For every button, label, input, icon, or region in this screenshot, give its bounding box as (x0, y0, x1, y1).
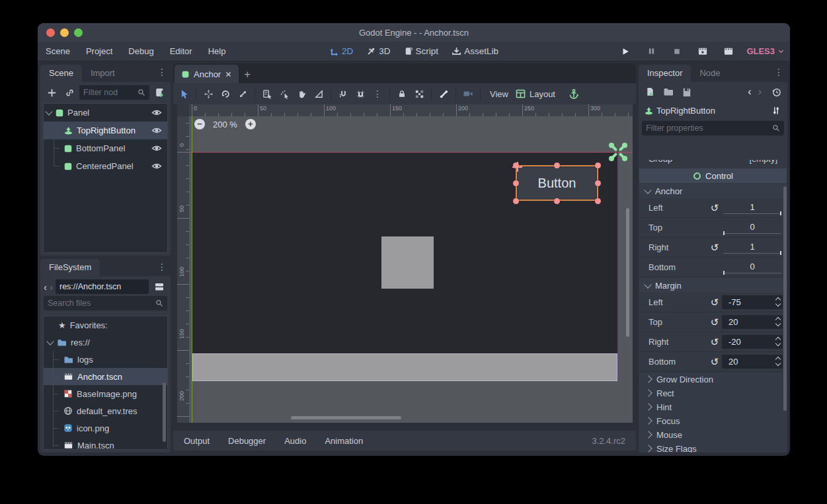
snap-options-menu[interactable]: ⋮ (370, 86, 385, 102)
expander-icon[interactable] (46, 338, 54, 345)
bottom-panel-node[interactable] (192, 353, 617, 381)
menu-project[interactable]: Project (78, 42, 120, 61)
selection-handle[interactable] (513, 198, 519, 204)
toggle-split-mode-button[interactable] (151, 279, 167, 295)
attach-script-button[interactable] (151, 85, 167, 100)
rotate-tool-button[interactable] (217, 86, 233, 102)
save-button[interactable] (679, 84, 695, 100)
load-resource-button[interactable] (660, 84, 676, 100)
grid-snap-button[interactable] (352, 86, 368, 102)
tab-import[interactable]: Import (82, 65, 124, 82)
dock-menu-icon[interactable]: ⋮ (157, 67, 167, 77)
mode-3d-button[interactable]: 3D (366, 46, 390, 56)
close-tab-icon[interactable] (225, 71, 232, 78)
tab-node[interactable]: Node (691, 65, 729, 82)
history-menu-button[interactable] (768, 84, 784, 100)
fs-row-favorites[interactable]: ★ Favorites: (44, 316, 167, 334)
fs-row-baseimage-png[interactable]: BaseImage.png (44, 385, 167, 402)
zoom-in-button[interactable]: + (245, 119, 256, 129)
dock-menu-icon[interactable]: ⋮ (774, 67, 783, 77)
add-node-button[interactable] (44, 85, 59, 100)
revert-button[interactable]: ↺ (707, 242, 722, 254)
visibility-eye-icon[interactable] (149, 123, 165, 139)
mode-script-button[interactable]: Script (404, 46, 439, 56)
vertical-scrollbar[interactable] (626, 208, 629, 337)
ruler-tool-button[interactable] (311, 86, 327, 102)
centered-panel-node[interactable] (381, 236, 434, 289)
zoom-level[interactable]: 200 % (213, 120, 237, 129)
revert-button[interactable]: ↺ (707, 356, 722, 368)
zoom-out-button[interactable]: − (194, 119, 205, 129)
tab-audio[interactable]: Audio (284, 436, 306, 446)
revert-button[interactable]: ↺ (707, 297, 722, 308)
tab-inspector[interactable]: Inspector (639, 65, 691, 82)
zoom-button[interactable] (74, 28, 83, 37)
revert-button[interactable]: ↺ (707, 336, 722, 348)
select-tool-button[interactable] (176, 86, 192, 102)
scene-tree-row-panel[interactable]: Panel (44, 104, 167, 122)
mode-assetlib-button[interactable]: AssetLib (452, 46, 498, 56)
history-forward-button[interactable]: › (50, 281, 53, 293)
history-back-button[interactable]: ‹ (44, 281, 47, 293)
visibility-eye-icon[interactable] (149, 141, 165, 157)
pan-tool-button[interactable] (294, 86, 309, 102)
new-resource-button[interactable] (642, 84, 658, 100)
expander-icon[interactable] (45, 108, 52, 115)
horizontal-scrollbar[interactable] (291, 416, 401, 419)
fs-row-icon-png[interactable]: icon.png (44, 419, 167, 437)
play-custom-scene-button[interactable] (721, 44, 736, 59)
visibility-eye-icon[interactable] (149, 105, 165, 121)
view-menu[interactable]: View (485, 89, 514, 99)
margin-right-field[interactable]: -20 (722, 335, 783, 349)
menu-scene[interactable]: Scene (38, 42, 78, 61)
visibility-eye-icon[interactable] (149, 159, 165, 174)
selection-handle[interactable] (595, 180, 601, 186)
anchor-left-field[interactable]: 1 (722, 201, 783, 215)
section-focus[interactable]: Focus (639, 414, 787, 427)
scale-tool-button[interactable] (235, 86, 251, 102)
skeleton-bone-icon[interactable] (436, 86, 452, 102)
history-forward-button[interactable]: › (758, 86, 762, 98)
video-driver-select[interactable]: GLES3 (746, 46, 785, 56)
move-tool-button[interactable] (200, 86, 216, 102)
tab-output[interactable]: Output (184, 436, 210, 446)
fs-row-res[interactable]: res:// (44, 334, 167, 351)
play-button[interactable] (617, 44, 633, 59)
tab-debugger[interactable]: Debugger (228, 436, 266, 446)
revert-button[interactable]: ↺ (707, 202, 722, 214)
section-mouse[interactable]: Mouse (639, 428, 787, 441)
anchor-right-field[interactable]: 1 (722, 241, 783, 254)
filter-properties-input[interactable]: Filter properties (642, 121, 784, 135)
pause-button[interactable] (643, 44, 659, 59)
fs-row-main-tscn[interactable]: Main.tscn (44, 437, 167, 450)
list-select-tool-button[interactable] (259, 86, 275, 102)
new-scene-tab-button[interactable]: + (239, 66, 256, 83)
history-back-button[interactable]: ‹ (748, 86, 751, 98)
scrollbar-thumb[interactable] (163, 382, 166, 442)
margin-top-field[interactable]: 20 (722, 315, 783, 329)
object-extra-tools-button[interactable] (768, 103, 784, 119)
selection-handle[interactable] (554, 162, 560, 168)
scene-tree-row-centeredpanel[interactable]: CenteredPanel (44, 157, 167, 175)
anchor-button[interactable] (566, 86, 582, 102)
group-button[interactable] (411, 86, 427, 102)
search-files-input[interactable]: Search files (44, 296, 167, 310)
tab-filesystem[interactable]: FileSystem (40, 259, 100, 276)
pivot-tool-button[interactable] (276, 86, 292, 102)
scrollbar-thumb[interactable] (783, 186, 787, 411)
scene-tree-row-bottompanel[interactable]: BottomPanel (44, 139, 167, 157)
margin-left-field[interactable]: -75 (722, 295, 783, 309)
section-margin[interactable]: Margin (639, 278, 787, 293)
selection-handle[interactable] (595, 162, 601, 168)
dock-menu-icon[interactable]: ⋮ (157, 262, 167, 272)
section-grow-direction[interactable]: Grow Direction (639, 373, 787, 386)
scene-tree-row-toprightbutton[interactable]: TopRightButton (44, 122, 167, 139)
fs-row-anchor-tscn[interactable]: Anchor.tscn (44, 368, 167, 385)
tab-animation[interactable]: Animation (325, 436, 363, 446)
minimize-button[interactable] (60, 28, 69, 37)
selection-handle[interactable] (513, 180, 519, 186)
section-anchor[interactable]: Anchor (639, 184, 787, 198)
fs-row-logs[interactable]: logs (44, 351, 167, 368)
filter-nodes-input[interactable]: Filter nod (79, 85, 149, 100)
selection-handle[interactable] (554, 198, 560, 204)
